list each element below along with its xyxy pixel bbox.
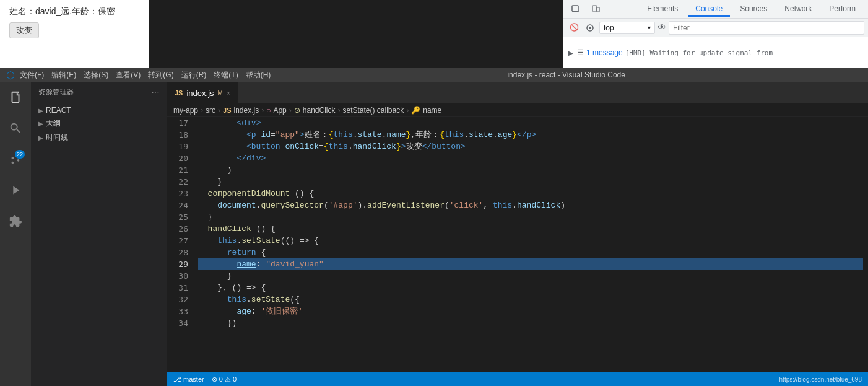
code-content[interactable]: <div> <p id="app">姓名：{this.state.name},年… <box>193 117 863 372</box>
tab-perform[interactable]: Perform <box>822 2 863 17</box>
breadcrumb-js-icon: JS <box>223 107 231 114</box>
window-title: index.js - react - Visual Studio Code <box>507 71 625 79</box>
eye-icon[interactable]: 👁 <box>658 23 666 33</box>
tree-arrow-react: ▶ <box>38 107 43 114</box>
breadcrumb-sep-5: › <box>337 106 340 115</box>
tree-arrow-timeline: ▶ <box>38 134 43 141</box>
menu-select[interactable]: 选择(S) <box>84 70 108 81</box>
line-number: 20 <box>172 152 188 164</box>
sidebar-header: 资源管理器 ··· <box>31 82 167 102</box>
tab-elements[interactable]: Elements <box>640 2 685 17</box>
breadcrumb-sep-2: › <box>218 106 220 115</box>
breadcrumb-app[interactable]: App <box>273 106 286 115</box>
activity-search-icon[interactable] <box>5 118 26 139</box>
sidebar-panel: 资源管理器 ··· ▶ REACT ▶ 大纲 ▶ 时间线 <box>31 82 167 386</box>
code-line: handClick () { <box>198 223 863 235</box>
tab-filename: index.js <box>186 89 214 98</box>
activity-run-icon[interactable] <box>5 180 26 201</box>
breadcrumb-fn-icon: ⊙ <box>294 106 300 115</box>
console-settings-icon[interactable] <box>583 21 597 35</box>
menu-file[interactable]: 文件(F) <box>20 70 44 81</box>
menu-terminal[interactable]: 终端(T) <box>214 70 238 81</box>
breadcrumb-sep-6: › <box>406 106 409 115</box>
line-number: 26 <box>172 223 188 235</box>
webpage-preview: 姓名：david_远,年龄：保密 改变 <box>0 0 149 68</box>
line-number: 31 <box>172 282 188 294</box>
editor-tab-indexjs[interactable]: JS index.js M × <box>167 82 238 103</box>
tab-network[interactable]: Network <box>777 2 819 17</box>
status-right: https://blog.csdn.net/blue_698 <box>779 376 862 383</box>
activity-explorer-icon[interactable] <box>5 87 26 108</box>
line-number: 23 <box>172 188 188 200</box>
filter-input[interactable] <box>669 21 864 35</box>
breadcrumb-myapp[interactable]: my-app <box>173 106 198 115</box>
code-line: this.setState(() => { <box>198 235 863 247</box>
code-line: <p id="app">姓名：{this.state.name},年龄：{thi… <box>198 129 863 141</box>
code-line: <button onClick={this.handClick}>改变</but… <box>198 141 863 152</box>
menu-run[interactable]: 运行(R) <box>181 70 207 81</box>
activity-extensions-icon[interactable] <box>5 211 26 232</box>
device-toggle-icon[interactable] <box>588 2 603 17</box>
tree-item-react[interactable]: ▶ REACT <box>31 104 167 116</box>
breadcrumb-name[interactable]: name <box>423 106 441 115</box>
code-line: <div> <box>198 117 863 129</box>
line-number: 33 <box>172 305 188 317</box>
line-number: 24 <box>172 200 188 211</box>
breadcrumb-key-icon: 🔑 <box>411 106 420 115</box>
svg-rect-2 <box>592 6 597 11</box>
breadcrumb-sep-4: › <box>289 106 292 115</box>
breadcrumb-src[interactable]: src <box>206 106 215 115</box>
breadcrumb-indexjs[interactable]: index.js <box>233 106 259 115</box>
tree-arrow-outline: ▶ <box>38 120 43 127</box>
devtools-tab-bar: Elements Console Sources Network Perform <box>563 0 868 19</box>
change-button[interactable]: 改变 <box>9 22 39 38</box>
context-selector[interactable]: top ▾ <box>599 22 655 34</box>
console-messages: ▶ ☰ 1 message [HMR] Waiting for update s… <box>563 37 868 68</box>
sidebar-tree: ▶ REACT ▶ 大纲 ▶ 时间线 <box>31 102 167 386</box>
inspect-element-icon[interactable] <box>568 2 583 17</box>
svg-point-5 <box>589 27 591 29</box>
sidebar-menu-icon[interactable]: ··· <box>152 87 160 97</box>
menu-edit[interactable]: 编辑(E) <box>51 70 76 81</box>
titlebar: ⬡ 文件(F) 编辑(E) 选择(S) 查看(V) 转到(G) 运行(R) 终端… <box>0 68 868 82</box>
line-numbers: 171819202122232425262728293031323334 <box>167 117 193 372</box>
dropdown-arrow-icon: ▾ <box>648 24 651 31</box>
clear-console-icon[interactable]: 🚫 <box>567 21 581 35</box>
code-line: } <box>198 270 863 282</box>
line-number: 21 <box>172 164 188 176</box>
tree-label-timeline: 时间线 <box>46 133 68 143</box>
code-line: age: '依旧保密' <box>198 305 863 317</box>
code-line: name: "david_yuan" <box>198 258 863 270</box>
tab-bar: JS index.js M × <box>167 82 868 103</box>
breadcrumb-setstate[interactable]: setState() callback <box>342 106 404 115</box>
code-line: return { <box>198 247 863 258</box>
activity-bar: 22 <box>0 82 31 386</box>
menu-help[interactable]: 帮助(H) <box>246 70 271 81</box>
tree-item-outline[interactable]: ▶ 大纲 <box>31 116 167 131</box>
tab-sources[interactable]: Sources <box>732 2 775 17</box>
message-count: 1 message <box>586 48 623 57</box>
message-toggle[interactable]: ▶ <box>568 50 573 56</box>
code-line: </div> <box>198 152 863 164</box>
code-line: this.setState({ <box>198 294 863 305</box>
menu-view[interactable]: 查看(V) <box>116 70 141 81</box>
code-line: } <box>198 211 863 223</box>
tree-item-timeline[interactable]: ▶ 时间线 <box>31 131 167 145</box>
tab-close-button[interactable]: × <box>227 90 230 97</box>
breadcrumb-sep-1: › <box>201 106 203 115</box>
status-errors: ⊗ 0 ⚠ 0 <box>212 375 237 384</box>
tab-modified-indicator: M <box>218 90 223 97</box>
code-line: componentDidMount () { <box>198 188 863 200</box>
breadcrumb-handclick[interactable]: handClick <box>303 106 336 115</box>
sidebar-title: 资源管理器 <box>38 87 74 97</box>
line-number: 25 <box>172 211 188 223</box>
devtools-panel: Elements Console Sources Network Perform… <box>563 0 868 68</box>
minimap <box>863 117 868 372</box>
menu-goto[interactable]: 转到(G) <box>148 70 173 81</box>
activity-source-control-icon[interactable]: 22 <box>5 149 26 170</box>
status-link[interactable]: https://blog.csdn.net/blue_698 <box>779 376 862 383</box>
code-line: } <box>198 176 863 188</box>
tab-console[interactable]: Console <box>688 2 730 17</box>
line-number: 34 <box>172 317 188 329</box>
status-bar: ⎇ master ⊗ 0 ⚠ 0 https://blog.csdn.net/b… <box>167 372 868 386</box>
